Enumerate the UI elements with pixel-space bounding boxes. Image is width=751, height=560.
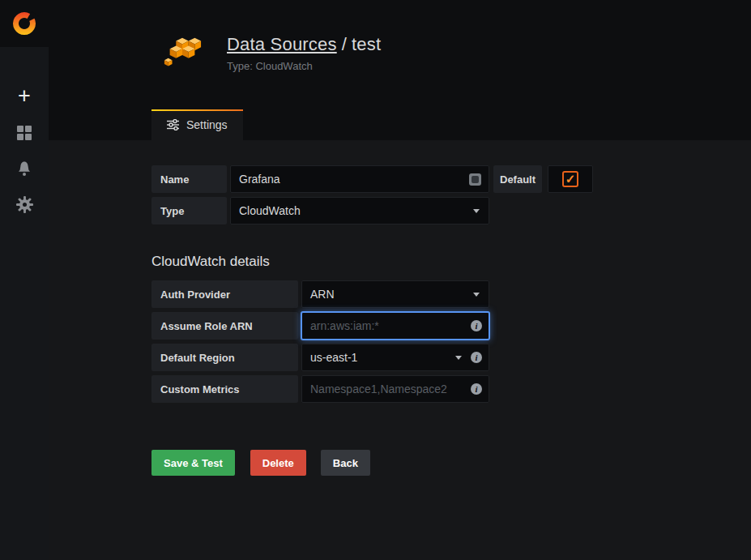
section-title: CloudWatch details [151, 254, 751, 270]
default-region-value: us-east-1 [302, 351, 455, 364]
name-field [230, 165, 489, 193]
breadcrumb-separator: / [342, 34, 347, 54]
type-label: Type [151, 197, 227, 224]
tab-settings-label: Settings [186, 118, 228, 131]
info-glyph: i [475, 384, 477, 394]
type-select[interactable]: CloudWatch [230, 197, 489, 224]
page-title: Data Sources/test [227, 34, 381, 55]
custom-metrics-input[interactable] [302, 376, 471, 402]
grafana-datasource-page: + [0, 0, 751, 560]
delete-button[interactable]: Delete [250, 450, 306, 476]
page-header-band: Data Sources/test Type: CloudWatch Setti… [49, 0, 751, 140]
page-header: Data Sources/test Type: CloudWatch [49, 0, 751, 75]
assume-role-row: Assume Role ARN i [151, 312, 751, 340]
datasource-type-subtitle: Type: CloudWatch [227, 60, 381, 72]
default-label: Default [493, 165, 542, 193]
header-text: Data Sources/test Type: CloudWatch [227, 34, 381, 72]
datasources-breadcrumb-link[interactable]: Data Sources [227, 34, 337, 54]
info-glyph: i [475, 353, 477, 362]
info-icon[interactable]: i [471, 383, 482, 395]
custom-metrics-row: Custom Metrics i [151, 375, 751, 403]
sidebar-nav: + [0, 79, 49, 222]
auth-provider-value: ARN [302, 288, 473, 301]
main-area: Data Sources/test Type: CloudWatch Setti… [49, 0, 751, 560]
default-region-row: Default Region us-east-1 i [151, 344, 751, 371]
gear-icon [16, 196, 33, 213]
info-glyph: i [475, 321, 477, 331]
assume-role-label: Assume Role ARN [151, 312, 298, 340]
grafana-logo[interactable] [0, 0, 49, 47]
tab-settings[interactable]: Settings [151, 109, 243, 140]
sidebar-item-configuration[interactable] [0, 186, 49, 222]
grafana-logo-icon [10, 9, 39, 38]
sidebar-item-dashboards[interactable] [0, 115, 49, 151]
info-icon[interactable]: i [471, 352, 482, 363]
name-row: Name Default ✓ [151, 165, 751, 193]
assume-role-field: i [301, 312, 489, 340]
plus-icon: + [18, 85, 31, 107]
datasource-name-text: test [352, 34, 381, 54]
chevron-down-icon [473, 209, 480, 213]
chevron-down-icon [455, 356, 462, 360]
sidebar-item-create[interactable]: + [0, 79, 49, 115]
type-select-value: CloudWatch [231, 204, 473, 217]
default-checkbox-checked-icon[interactable]: ✓ [562, 171, 578, 187]
auth-provider-label: Auth Provider [151, 280, 298, 308]
default-region-label: Default Region [151, 344, 298, 371]
autofill-icon[interactable] [469, 173, 481, 186]
custom-metrics-label: Custom Metrics [151, 375, 298, 403]
chevron-down-icon [473, 293, 480, 297]
type-row: Type CloudWatch [151, 197, 751, 224]
auth-provider-row: Auth Provider ARN [151, 280, 751, 308]
name-input[interactable] [231, 166, 469, 192]
default-switch[interactable]: ✓ [548, 165, 593, 193]
save-and-test-button[interactable]: Save & Test [151, 450, 235, 476]
sidebar: + [0, 0, 49, 560]
assume-role-input[interactable] [302, 313, 471, 339]
tab-bar: Settings [151, 109, 243, 140]
bell-icon [16, 160, 32, 177]
sliders-icon [167, 119, 179, 130]
settings-form: Name Default ✓ Type CloudWatch [49, 140, 751, 560]
check-icon: ✓ [565, 172, 576, 186]
default-region-select[interactable]: us-east-1 i [301, 344, 489, 371]
action-buttons: Save & Test Delete Back [151, 450, 751, 476]
sidebar-item-alerting[interactable] [0, 151, 49, 186]
info-icon[interactable]: i [471, 320, 482, 331]
name-label: Name [151, 165, 227, 193]
auth-provider-select[interactable]: ARN [301, 280, 489, 308]
cloudwatch-aws-logo-icon [162, 36, 203, 75]
back-button[interactable]: Back [321, 450, 370, 476]
custom-metrics-field: i [301, 375, 489, 403]
dashboards-icon [16, 125, 32, 141]
